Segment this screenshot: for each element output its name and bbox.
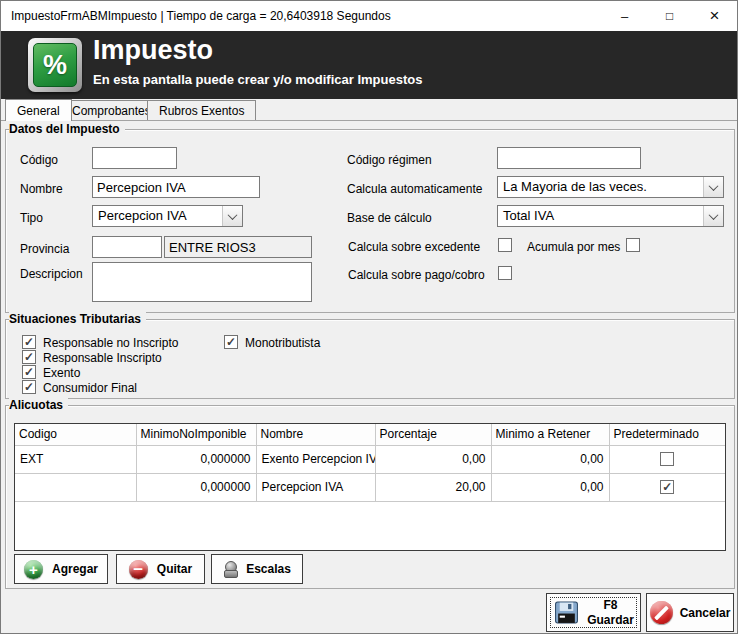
groupbox-alicuotas-legend: Alicuotas bbox=[9, 397, 68, 413]
calcula-sobre-excedente-label: Calcula sobre excedente bbox=[348, 240, 480, 254]
base-de-calculo-combobox[interactable]: Total IVA bbox=[497, 205, 724, 227]
groupbox-alicuotas: Alicuotas Codigo MinimoNoImponible Nombr… bbox=[5, 405, 735, 589]
nombre-input[interactable] bbox=[92, 176, 260, 198]
chevron-down-icon[interactable] bbox=[703, 206, 723, 226]
cancelar-button[interactable]: Cancelar bbox=[646, 593, 734, 632]
tipo-label: Tipo bbox=[20, 211, 43, 225]
close-icon: × bbox=[710, 6, 720, 26]
impuesto-window: ImpuestoFrmABMImpuesto | Tiempo de carga… bbox=[0, 0, 738, 634]
maximize-icon: □ bbox=[666, 9, 673, 23]
tab-general[interactable]: General bbox=[5, 99, 72, 121]
monotributista-checkbox[interactable]: ✓ bbox=[224, 335, 238, 349]
minus-icon: − bbox=[129, 560, 148, 579]
exento-checkbox[interactable]: ✓ bbox=[22, 365, 36, 379]
chevron-down-icon[interactable] bbox=[222, 206, 242, 226]
monotributista-label: Monotributista bbox=[245, 336, 320, 350]
page-subtitle: En esta pantalla puede crear y/o modific… bbox=[93, 72, 422, 87]
nombre-label: Nombre bbox=[20, 182, 63, 196]
page-title: Impuesto bbox=[93, 35, 213, 66]
consumidor-final-checkbox[interactable]: ✓ bbox=[22, 380, 36, 394]
quitar-button[interactable]: − Quitar bbox=[116, 554, 205, 584]
header: % Impuesto En esta pantalla puede crear … bbox=[1, 31, 737, 99]
responsable-no-inscripto-label: Responsable no Inscripto bbox=[43, 336, 178, 350]
chevron-down-icon[interactable] bbox=[703, 177, 723, 197]
calcula-sobre-pago-cobro-checkbox[interactable]: ✓ bbox=[498, 266, 512, 280]
tipo-combobox[interactable]: Percepcion IVA bbox=[92, 205, 243, 227]
maximize-button[interactable]: □ bbox=[647, 1, 692, 31]
responsable-inscripto-label: Responsable Inscripto bbox=[43, 351, 162, 365]
base-de-calculo-label: Base de cálculo bbox=[347, 211, 432, 225]
predeterminado-checkbox[interactable]: ✓ bbox=[660, 480, 674, 494]
col-codigo[interactable]: Codigo bbox=[15, 424, 136, 445]
descripcion-label: Descripcion bbox=[20, 267, 83, 281]
titlebar: ImpuestoFrmABMImpuesto | Tiempo de carga… bbox=[1, 1, 737, 31]
cancel-icon bbox=[650, 601, 673, 624]
save-icon bbox=[553, 600, 580, 625]
col-nombre[interactable]: Nombre bbox=[256, 424, 375, 445]
percent-icon: % bbox=[28, 38, 82, 92]
groupbox-datos: Datos del Impuesto Código Nombre Tipo Pe… bbox=[5, 129, 735, 313]
window-title: ImpuestoFrmABMImpuesto | Tiempo de carga… bbox=[1, 9, 602, 23]
predeterminado-checkbox[interactable]: ✓ bbox=[660, 452, 674, 466]
tab-rubros-exentos[interactable]: Rubros Exentos bbox=[147, 100, 256, 121]
table-row[interactable]: 0,000000 Percepcion IVA 20,00 0,00 ✓ bbox=[15, 473, 725, 501]
close-button[interactable]: × bbox=[692, 1, 737, 31]
guardar-button[interactable]: F8 Guardar bbox=[546, 593, 641, 632]
minimize-icon: – bbox=[621, 9, 628, 24]
provincia-input[interactable] bbox=[92, 236, 162, 258]
table-row[interactable]: EXT 0,000000 Exento Percepcion IVA 0,00 … bbox=[15, 445, 725, 473]
codigo-label: Código bbox=[20, 153, 58, 167]
col-porcentaje[interactable]: Porcentaje bbox=[375, 424, 491, 445]
consumidor-final-label: Consumidor Final bbox=[43, 381, 137, 395]
codigo-input[interactable] bbox=[92, 147, 177, 169]
groupbox-situaciones-legend: Situaciones Tributarias bbox=[9, 311, 146, 327]
acumula-por-mes-label: Acumula por mes bbox=[527, 240, 620, 254]
calcula-automaticamente-combobox[interactable]: La Mayoria de las veces. bbox=[497, 176, 724, 198]
codigo-regimen-input[interactable] bbox=[497, 147, 641, 169]
col-minimo-no-imponible[interactable]: MinimoNoImponible bbox=[136, 424, 256, 445]
responsable-no-inscripto-checkbox[interactable]: ✓ bbox=[22, 335, 36, 349]
tabstrip: General Comprobantes Rubros Exentos bbox=[1, 99, 737, 121]
calcula-automaticamente-label: Calcula automaticamente bbox=[347, 182, 482, 196]
provincia-nombre-field bbox=[164, 236, 312, 258]
provincia-label: Provincia bbox=[20, 242, 69, 256]
minimize-button[interactable]: – bbox=[602, 1, 647, 31]
escalas-button[interactable]: Escalas bbox=[211, 554, 303, 584]
calcula-sobre-pago-cobro-label: Calcula sobre pago/cobro bbox=[348, 268, 485, 282]
descripcion-textarea[interactable] bbox=[92, 262, 312, 302]
acumula-por-mes-checkbox[interactable]: ✓ bbox=[626, 238, 640, 252]
escalas-icon bbox=[223, 561, 237, 578]
exento-label: Exento bbox=[43, 366, 80, 380]
responsable-inscripto-checkbox[interactable]: ✓ bbox=[22, 350, 36, 364]
alicuotas-table[interactable]: Codigo MinimoNoImponible Nombre Porcenta… bbox=[14, 423, 726, 551]
table-header-row: Codigo MinimoNoImponible Nombre Porcenta… bbox=[15, 424, 725, 445]
agregar-button[interactable]: + Agregar bbox=[14, 554, 108, 584]
groupbox-datos-legend: Datos del Impuesto bbox=[9, 121, 125, 137]
plus-icon: + bbox=[24, 560, 43, 579]
codigo-regimen-label: Código régimen bbox=[347, 153, 432, 167]
col-predeterminado[interactable]: Predeterminado bbox=[609, 424, 725, 445]
calcula-sobre-excedente-checkbox[interactable]: ✓ bbox=[498, 238, 512, 252]
groupbox-situaciones: Situaciones Tributarias ✓ Responsable no… bbox=[5, 319, 735, 399]
col-minimo-a-retener[interactable]: Minimo a Retener bbox=[491, 424, 609, 445]
